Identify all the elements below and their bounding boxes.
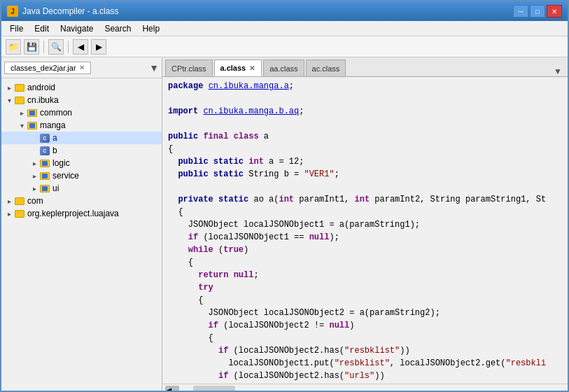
label-b: b [52,146,57,155]
forward-button[interactable]: ▶ [91,39,106,55]
folder-icon-android [14,83,25,92]
h-scroll-left[interactable]: ◀ [165,386,179,393]
toolbar-separator-1 [43,41,44,53]
title-bar-left: J Java Decompiler - a.class [7,6,118,17]
menu-help[interactable]: Help [136,22,165,35]
expander-service: ▸ [29,172,39,180]
expander-common: ▸ [17,109,27,117]
expander-com: ▸ [4,197,14,205]
h-scroll-thumb[interactable] [193,386,235,393]
tab-a-close[interactable]: ✕ [248,64,255,72]
tree-node-logic[interactable]: ▸ logic [1,157,162,169]
title-controls: ─ □ ✕ [513,5,562,18]
tree-node-com[interactable]: ▸ com [1,195,162,207]
tree-node-org[interactable]: ▸ org.keplerproject.luajava [1,207,162,220]
app-icon: J [7,6,18,17]
tree-node-manga[interactable]: ▾ manga [1,119,162,132]
package-tab-close[interactable]: ✕ [79,64,85,71]
menu-navigate[interactable]: Navigate [55,22,99,35]
content-area: classes_dex2jar.jar ✕ ▼ ▸ android [1,57,568,392]
tab-cptr-label: CPtr.class [171,64,206,73]
label-ui: ui [52,183,59,193]
expander-logic: ▸ [29,160,39,167]
folder-icon-cn-ibuka [14,95,25,105]
class-icon-b: C [39,146,50,155]
open-icon: 📁 [8,42,19,52]
expander-ui: ▸ [29,185,39,192]
window-title: Java Decompiler - a.class [22,6,118,16]
search-button[interactable]: 🔍 [48,39,64,55]
tree-node-common[interactable]: ▸ common [1,106,162,119]
search-icon: 🔍 [51,42,62,52]
tree-node-cn-ibuka[interactable]: ▾ cn.ibuka [1,94,162,106]
folder-icon-com [14,196,25,206]
label-manga: manga [40,120,66,130]
sidebar: classes_dex2jar.jar ✕ ▼ ▸ android [1,57,162,392]
label-logic: logic [52,158,70,168]
tab-ac-label: ac.class [312,64,340,73]
expander-cn-ibuka: ▾ [4,97,14,104]
back-button[interactable]: ◀ [73,39,88,55]
toolbar: 📁 💾 🔍 ◀ ▶ [1,36,568,57]
label-common: common [40,108,72,118]
code-scroll[interactable]: package cn.ibuka.manga.a; import cn.ibuk… [162,77,568,384]
pkg-icon-manga [27,120,38,130]
tab-aa[interactable]: aa.class [263,59,304,76]
package-tab[interactable]: classes_dex2jar.jar ✕ [4,62,91,74]
label-com: com [27,196,43,206]
code-content: package cn.ibuka.manga.a; import cn.ibuk… [162,77,568,384]
tab-ac[interactable]: ac.class [306,59,346,76]
tree-node-a[interactable]: C a [1,132,162,144]
tree-node-ui[interactable]: ▸ ui [1,182,162,195]
label-android: android [27,83,55,92]
toolbar-separator-2 [68,41,69,53]
save-icon: 💾 [27,42,37,52]
expander-android: ▸ [4,84,14,92]
expander-manga: ▾ [17,122,27,130]
file-tree: ▸ android ▾ cn.ibuka [1,78,162,223]
tree-node-android[interactable]: ▸ android [1,81,162,94]
menu-bar: File Edit Navigate Search Help [1,21,568,36]
tab-a-label: a.class [220,64,246,72]
tab-bar-menu[interactable]: ▼ [554,66,562,76]
folder-icon-org [14,209,25,218]
back-icon: ◀ [78,42,84,52]
pkg-icon-logic [39,158,50,168]
package-tab-label: classes_dex2jar.jar [10,64,76,72]
expander-b [29,147,39,155]
sidebar-menu-icon[interactable]: ▼ [149,62,159,74]
menu-file[interactable]: File [4,22,29,35]
tab-aa-label: aa.class [269,64,297,73]
title-bar: J Java Decompiler - a.class ─ □ ✕ [1,1,568,21]
main-window: J Java Decompiler - a.class ─ □ ✕ File E… [0,0,569,392]
close-button[interactable]: ✕ [547,5,562,18]
pkg-icon-ui [39,183,50,193]
menu-edit[interactable]: Edit [29,22,55,35]
open-button[interactable]: 📁 [6,39,21,55]
forward-icon: ▶ [96,42,102,52]
tab-cptr[interactable]: CPtr.class [165,59,213,76]
label-org: org.keplerproject.luajava [27,209,119,218]
file-tab-bar: CPtr.class a.class ✕ aa.class ac.class ▼ [162,57,568,77]
tab-a[interactable]: a.class ✕ [214,59,262,76]
pane-row: classes_dex2jar.jar ✕ ▼ ▸ android [1,57,568,392]
expander-a [29,134,39,142]
tree-node-b[interactable]: C b [1,144,162,157]
package-tab-bar: classes_dex2jar.jar ✕ ▼ [1,57,162,78]
save-button[interactable]: 💾 [24,39,39,55]
horizontal-scrollbar[interactable]: ◀ [162,384,568,392]
label-service: service [52,171,79,181]
menu-search[interactable]: Search [99,22,136,35]
pkg-icon-common [27,108,38,118]
class-icon-a: C [39,133,50,143]
tree-node-service[interactable]: ▸ service [1,169,162,182]
label-a: a [52,133,57,143]
pkg-icon-service [39,171,50,181]
label-cn-ibuka: cn.ibuka [27,95,59,105]
code-pane: CPtr.class a.class ✕ aa.class ac.class ▼ [162,57,568,392]
expander-org: ▸ [4,210,14,218]
maximize-button[interactable]: □ [530,5,545,18]
minimize-button[interactable]: ─ [513,5,528,18]
